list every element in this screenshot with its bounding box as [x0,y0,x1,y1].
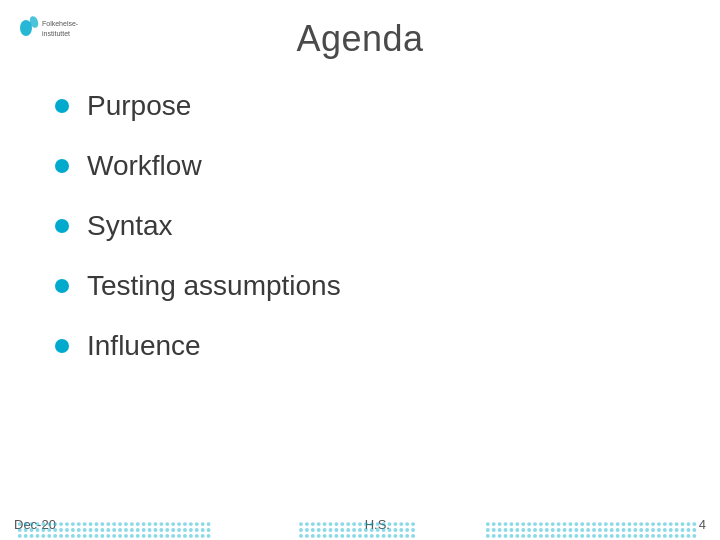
svg-point-172 [539,522,543,526]
svg-point-18 [100,522,104,526]
svg-point-173 [545,522,549,526]
svg-point-4 [18,522,22,526]
svg-point-117 [382,522,386,526]
svg-point-28 [159,522,163,526]
svg-point-129 [334,528,338,532]
svg-point-196 [681,522,685,526]
svg-point-73 [36,534,40,538]
bullet-icon [55,99,69,113]
svg-point-124 [305,528,309,532]
svg-point-93 [154,534,158,538]
svg-point-215 [580,528,584,532]
svg-point-111 [346,522,350,526]
svg-point-254 [598,534,602,538]
bullet-icon [55,279,69,293]
svg-point-158 [388,534,392,538]
list-item: Workflow [55,150,341,182]
svg-point-9 [47,522,51,526]
svg-point-76 [53,534,57,538]
svg-point-208 [539,528,543,532]
svg-point-191 [651,522,655,526]
svg-point-100 [195,534,199,538]
svg-point-204 [515,528,519,532]
svg-point-213 [568,528,572,532]
svg-point-199 [486,528,490,532]
svg-point-261 [639,534,643,538]
svg-point-92 [148,534,152,538]
svg-point-242 [527,534,531,538]
svg-point-23 [130,522,134,526]
svg-point-187 [627,522,631,526]
svg-point-31 [177,522,181,526]
svg-point-211 [557,528,561,532]
svg-point-251 [580,534,584,538]
svg-point-89 [130,534,134,538]
svg-point-85 [106,534,110,538]
svg-point-12 [65,522,69,526]
svg-point-19 [106,522,110,526]
svg-point-179 [580,522,584,526]
svg-point-141 [405,528,409,532]
svg-point-223 [627,528,631,532]
bullet-icon [55,219,69,233]
svg-point-72 [30,534,34,538]
svg-point-96 [171,534,175,538]
svg-point-198 [692,522,696,526]
svg-point-190 [645,522,649,526]
svg-point-27 [154,522,158,526]
svg-point-167 [509,522,513,526]
svg-point-42 [47,528,51,532]
svg-point-221 [616,528,620,532]
svg-point-131 [346,528,350,532]
svg-point-62 [165,528,169,532]
svg-point-112 [352,522,356,526]
svg-point-36 [207,522,211,526]
slide-title: Agenda [0,18,720,60]
svg-point-33 [189,522,193,526]
svg-point-55 [124,528,128,532]
svg-point-186 [622,522,626,526]
svg-point-78 [65,534,69,538]
svg-point-140 [399,528,403,532]
svg-point-163 [486,522,490,526]
svg-point-224 [633,528,637,532]
svg-point-30 [171,522,175,526]
svg-point-263 [651,534,655,538]
svg-point-194 [669,522,673,526]
svg-point-159 [393,534,397,538]
svg-point-216 [586,528,590,532]
svg-point-44 [59,528,63,532]
svg-point-32 [183,522,187,526]
svg-point-80 [77,534,81,538]
svg-point-13 [71,522,75,526]
svg-point-246 [551,534,555,538]
svg-point-184 [610,522,614,526]
svg-point-168 [515,522,519,526]
svg-point-6 [30,522,34,526]
svg-point-149 [334,534,338,538]
svg-point-210 [551,528,555,532]
svg-point-169 [521,522,525,526]
svg-point-65 [183,528,187,532]
decorative-dots [0,520,720,540]
svg-point-119 [393,522,397,526]
svg-point-138 [388,528,392,532]
slide: Folkehelse- instituttet Agenda PurposeWo… [0,0,720,540]
svg-point-157 [382,534,386,538]
svg-point-107 [323,522,327,526]
svg-point-135 [370,528,374,532]
svg-point-150 [340,534,344,538]
svg-point-170 [527,522,531,526]
svg-point-64 [177,528,181,532]
svg-point-183 [604,522,608,526]
svg-point-24 [136,522,140,526]
svg-point-70 [18,534,22,538]
svg-point-14 [77,522,81,526]
svg-point-262 [645,534,649,538]
svg-point-270 [692,534,696,538]
svg-point-114 [364,522,368,526]
svg-point-49 [89,528,93,532]
svg-point-249 [568,534,572,538]
svg-point-21 [118,522,122,526]
svg-point-37 [18,528,22,532]
